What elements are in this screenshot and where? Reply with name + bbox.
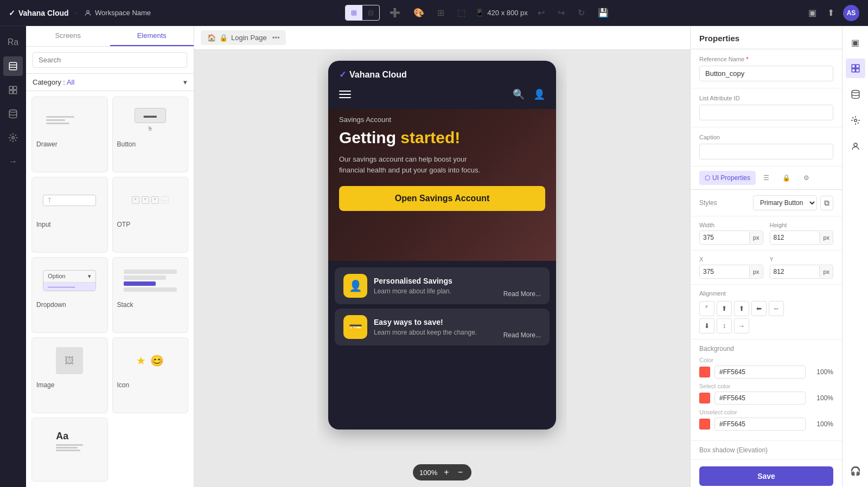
element-card-stack[interactable]: Stack (112, 257, 189, 333)
element-card-typography[interactable]: Aa (31, 418, 108, 482)
logo-text: Vahana Cloud (18, 9, 69, 17)
redo-btn[interactable]: ↪ (554, 4, 568, 21)
refresh-btn[interactable]: ↻ (575, 4, 588, 21)
card-link-0[interactable]: Read More... (503, 290, 541, 298)
width-unit[interactable]: px (749, 232, 763, 244)
collapse-icon-btn[interactable]: → (3, 152, 23, 171)
align-right-btn[interactable]: → (734, 318, 749, 334)
phone-card-0[interactable]: 👤 Personalised Savings Learn more about … (335, 267, 550, 304)
list-attr-input[interactable] (699, 105, 833, 120)
select-color-swatch[interactable] (699, 393, 710, 403)
search-input[interactable] (33, 52, 187, 68)
user-avatar[interactable]: AS (843, 5, 859, 21)
svg-rect-13 (856, 69, 859, 72)
elements-grid: Drawer ▬▬ 🖱 Button (26, 91, 194, 487)
styles-label: Styles (699, 199, 717, 207)
zoom-in-btn[interactable]: + (442, 467, 451, 477)
phone-search-icon[interactable]: 🔍 (513, 88, 525, 100)
page-tab-login[interactable]: 🏠 🔒 Login Page ••• (201, 30, 286, 45)
caption-input[interactable] (699, 144, 833, 159)
components-icon-btn[interactable] (3, 80, 23, 100)
align-bottom-left-btn[interactable]: ⬇ (699, 318, 714, 334)
category-label: Category : All (33, 78, 74, 86)
select-tool-btn[interactable]: ⬚ (454, 4, 469, 21)
user-panel-icon[interactable] (846, 137, 865, 156)
add-element-btn[interactable]: ➕ (386, 4, 404, 21)
zoom-value: 100% (419, 469, 437, 477)
x-unit[interactable]: px (749, 266, 763, 278)
save-top-btn[interactable]: 💾 (595, 4, 612, 21)
elements-tab[interactable]: Elements (110, 26, 194, 46)
list-tab-btn[interactable]: ☰ (758, 171, 775, 185)
screens-tab[interactable]: Screens (26, 26, 110, 46)
top-nav: ✓ Vahana Cloud · Workspace Name ⊞ ⊟ ➕ 🎨 … (0, 0, 868, 26)
properties-header: Properties (691, 26, 842, 49)
element-card-image[interactable]: 🖼 Image (31, 337, 108, 413)
zoom-out-btn[interactable]: − (456, 467, 465, 477)
settings-icon-btn[interactable] (3, 128, 23, 148)
align-left-btn[interactable]: ⬅ (751, 301, 767, 316)
layout-toggle-left[interactable]: ⊞ (346, 5, 362, 20)
y-input[interactable] (770, 265, 820, 278)
ref-name-label: Reference Name * (699, 56, 833, 62)
workspace-icon-btn[interactable]: Ra (3, 33, 23, 52)
layout-toggle[interactable]: ⊞ ⊟ (345, 5, 380, 21)
align-center-v-btn[interactable]: ↕ (717, 318, 732, 334)
publish-btn[interactable]: ⬆ (825, 5, 837, 20)
color-tool-btn[interactable]: 🎨 (410, 4, 427, 21)
height-input[interactable] (770, 231, 820, 244)
data-panel-icon[interactable] (846, 85, 865, 104)
workspace-name[interactable]: Workspace Name (84, 9, 151, 17)
headphone-icon[interactable]: 🎧 (846, 461, 865, 480)
phone-user-icon[interactable]: 👤 (533, 88, 545, 100)
align-top-right-btn[interactable]: ⬆ (734, 301, 749, 316)
styles-select[interactable]: Primary Button (753, 195, 817, 210)
unselect-color-input[interactable] (714, 418, 806, 431)
element-card-icon[interactable]: ★ 😊 Icon (112, 337, 189, 413)
data-icon-btn[interactable] (3, 104, 23, 124)
layout-toggle-right[interactable]: ⊟ (362, 5, 379, 20)
card-link-1[interactable]: Read More... (503, 331, 541, 339)
settings-tab-btn[interactable]: ⚙ (798, 171, 815, 185)
y-unit[interactable]: px (819, 266, 833, 278)
height-unit[interactable]: px (819, 232, 833, 244)
layers-icon-btn[interactable] (3, 56, 23, 76)
undo-btn[interactable]: ↩ (534, 4, 548, 21)
color-input[interactable] (714, 366, 806, 379)
ui-props-tab-btn[interactable]: ⬡ UI Properties (699, 171, 756, 185)
element-card-button[interactable]: ▬▬ 🖱 Button (112, 97, 189, 172)
x-input-wrap: px (699, 265, 763, 279)
element-card-otp[interactable]: * * * — OTP (112, 177, 189, 253)
svg-point-15 (854, 119, 857, 122)
settings-panel-icon[interactable] (846, 111, 865, 130)
styles-copy-btn[interactable]: ⧉ (820, 196, 833, 210)
preview-panel-icon[interactable]: ▣ (846, 33, 865, 52)
open-savings-btn[interactable]: Open Savings Account (339, 186, 545, 211)
element-card-input[interactable]: T Input (31, 177, 108, 253)
save-button[interactable]: Save (699, 466, 833, 486)
phone-card-1[interactable]: 💳 Easy ways to save! Learn more about ke… (335, 309, 550, 345)
element-card-drawer[interactable]: Drawer (31, 97, 108, 172)
width-input[interactable] (700, 231, 749, 244)
unselect-color-swatch[interactable] (699, 419, 710, 430)
color-swatch[interactable] (699, 367, 710, 377)
hamburger-icon[interactable] (339, 91, 351, 98)
align-top-left-btn[interactable]: ⌜ (699, 301, 714, 316)
phone-frame[interactable]: ✓ Vahana Cloud 🔍 👤 (328, 61, 556, 430)
hero-title-plain: Getting (339, 129, 400, 146)
hero-title-highlight: started! (400, 129, 460, 146)
grid-panel-icon[interactable] (846, 59, 865, 78)
preview-btn[interactable]: ▣ (806, 5, 819, 20)
align-center-h-btn[interactable]: ↔ (769, 301, 784, 316)
card-icon-1: 💳 (343, 315, 367, 339)
ref-name-input[interactable] (699, 66, 833, 81)
element-card-dropdown[interactable]: Option ▾ ————— Dropdown (31, 257, 108, 333)
lock-tab-btn[interactable]: 🔒 (777, 171, 796, 185)
x-input[interactable] (700, 265, 749, 278)
align-top-center-btn[interactable]: ⬆ (717, 301, 732, 316)
select-color-input[interactable] (714, 392, 806, 405)
grid-tool-btn[interactable]: ⊞ (434, 4, 448, 21)
page-tab-more-btn[interactable]: ••• (272, 34, 280, 42)
category-bar[interactable]: Category : All ▾ (26, 74, 194, 91)
width-label: Width (699, 222, 763, 228)
